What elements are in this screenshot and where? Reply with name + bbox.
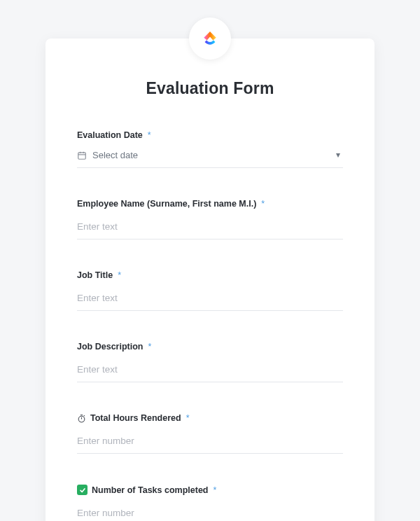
date-picker[interactable]: Select date ▾ — [77, 148, 343, 168]
field-employee-name: Employee Name (Surname, First name M.I.)… — [77, 199, 343, 239]
label-employee-name: Employee Name (Surname, First name M.I.)… — [77, 199, 343, 209]
job-title-input[interactable] — [77, 289, 343, 311]
tasks-completed-input[interactable] — [77, 503, 343, 521]
label-text: Employee Name (Surname, First name M.I.) — [77, 199, 256, 209]
app-logo — [189, 18, 231, 60]
checkbox-icon — [77, 485, 88, 495]
label-text: Evaluation Date — [77, 130, 143, 140]
field-job-title: Job Title* — [77, 270, 343, 311]
required-marker: * — [186, 413, 190, 423]
svg-rect-0 — [78, 152, 86, 158]
field-tasks-completed: Number of Tasks completed* — [77, 485, 343, 521]
label-text: Job Title — [77, 270, 113, 280]
field-evaluation-date: Evaluation Date* Select date ▾ — [77, 130, 343, 168]
employee-name-input[interactable] — [77, 217, 343, 239]
label-total-hours: Total Hours Rendered* — [77, 413, 343, 423]
date-placeholder: Select date — [92, 150, 138, 160]
label-tasks-completed: Number of Tasks completed* — [77, 485, 343, 495]
label-text: Total Hours Rendered — [90, 413, 181, 423]
clickup-logo-icon — [200, 28, 220, 49]
required-marker: * — [148, 342, 151, 352]
stopwatch-icon — [77, 414, 86, 423]
form-card: Evaluation Form Evaluation Date* Select … — [46, 39, 374, 521]
required-marker: * — [148, 130, 151, 140]
label-job-description: Job Description* — [77, 342, 343, 352]
svg-point-4 — [78, 416, 85, 422]
label-text: Number of Tasks completed — [92, 485, 208, 495]
label-text: Job Description — [77, 342, 143, 352]
label-evaluation-date: Evaluation Date* — [77, 130, 343, 140]
field-job-description: Job Description* — [77, 342, 343, 382]
job-description-input[interactable] — [77, 360, 343, 382]
svg-line-7 — [84, 415, 85, 416]
field-total-hours: Total Hours Rendered* — [77, 413, 343, 454]
required-marker: * — [118, 270, 121, 280]
calendar-icon — [77, 151, 87, 160]
total-hours-input[interactable] — [77, 431, 343, 454]
required-marker: * — [261, 199, 265, 209]
required-marker: * — [213, 485, 216, 495]
label-job-title: Job Title* — [77, 270, 343, 280]
dropdown-caret-icon: ▾ — [336, 150, 340, 160]
